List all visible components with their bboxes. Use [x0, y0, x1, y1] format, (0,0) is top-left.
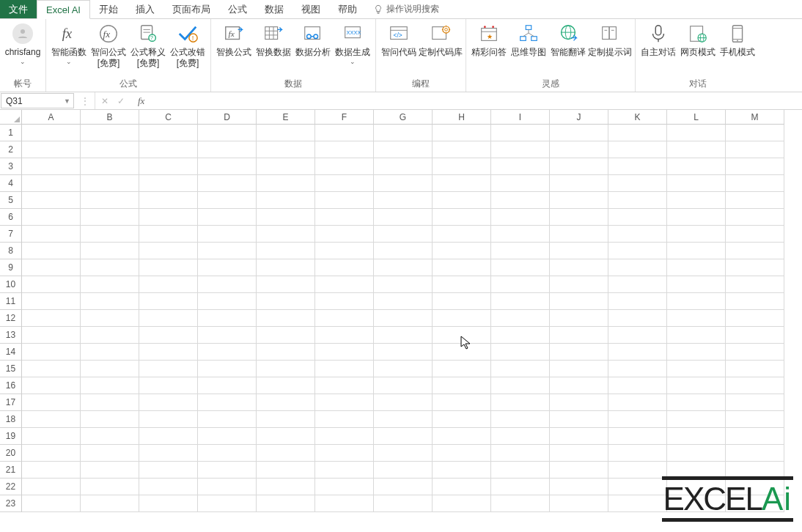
cell[interactable] — [257, 293, 315, 310]
cell[interactable] — [139, 327, 198, 344]
cell[interactable] — [81, 158, 139, 175]
cell[interactable] — [81, 479, 139, 495]
cell[interactable] — [198, 361, 257, 377]
column-header[interactable]: I — [491, 110, 550, 125]
cell[interactable] — [139, 192, 198, 209]
cell[interactable] — [139, 259, 198, 276]
cell[interactable] — [726, 377, 784, 394]
cell[interactable] — [374, 495, 433, 512]
cell[interactable] — [139, 141, 198, 158]
cell[interactable] — [139, 445, 198, 462]
cell[interactable] — [374, 226, 433, 243]
cell[interactable] — [608, 495, 667, 512]
cell[interactable] — [726, 158, 784, 175]
cell[interactable] — [433, 141, 491, 158]
cell[interactable] — [22, 310, 81, 327]
cell[interactable] — [257, 361, 315, 377]
cell[interactable] — [550, 175, 608, 192]
cell[interactable] — [374, 158, 433, 175]
cell[interactable] — [491, 428, 550, 445]
cell[interactable] — [81, 428, 139, 445]
cell[interactable] — [374, 141, 433, 158]
cell[interactable] — [198, 310, 257, 327]
tell-me-search[interactable]: 操作说明搜索 — [366, 0, 446, 18]
cell[interactable] — [608, 377, 667, 394]
cell[interactable] — [726, 175, 784, 192]
cell[interactable] — [81, 293, 139, 310]
cell[interactable] — [315, 209, 374, 226]
cell[interactable] — [257, 192, 315, 209]
cell[interactable] — [374, 259, 433, 276]
row-header[interactable]: 18 — [0, 411, 22, 428]
cell[interactable] — [139, 344, 198, 361]
cell[interactable] — [198, 411, 257, 428]
cell[interactable] — [198, 243, 257, 259]
cell[interactable] — [667, 377, 726, 394]
cell[interactable] — [550, 192, 608, 209]
row-header[interactable]: 15 — [0, 361, 22, 377]
cell[interactable] — [81, 276, 139, 293]
cell[interactable] — [257, 209, 315, 226]
cell[interactable] — [198, 125, 257, 141]
cell[interactable] — [139, 479, 198, 495]
cell[interactable] — [374, 243, 433, 259]
cell[interactable] — [433, 344, 491, 361]
cell[interactable] — [315, 428, 374, 445]
cell[interactable] — [608, 141, 667, 158]
row-header[interactable]: 6 — [0, 209, 22, 226]
cell[interactable] — [22, 192, 81, 209]
cell[interactable] — [491, 479, 550, 495]
column-header[interactable]: C — [139, 110, 198, 125]
cell[interactable] — [491, 276, 550, 293]
cell[interactable] — [550, 141, 608, 158]
explain-formula-button[interactable]: ? 公式释义 [免费] — [128, 21, 168, 70]
cell[interactable] — [667, 361, 726, 377]
cell[interactable] — [491, 327, 550, 344]
column-header[interactable]: H — [433, 110, 491, 125]
tab-file[interactable]: 文件 — [0, 0, 37, 18]
row-header[interactable]: 5 — [0, 192, 22, 209]
cell[interactable] — [139, 276, 198, 293]
cell[interactable] — [550, 209, 608, 226]
row-header[interactable]: 12 — [0, 310, 22, 327]
cell[interactable] — [608, 259, 667, 276]
cell[interactable] — [257, 495, 315, 512]
web-mode-button[interactable]: 网页模式 — [678, 21, 718, 59]
row-header[interactable]: 13 — [0, 327, 22, 344]
cell[interactable] — [22, 361, 81, 377]
cell[interactable] — [315, 327, 374, 344]
cell[interactable] — [315, 259, 374, 276]
cell[interactable] — [81, 125, 139, 141]
cell[interactable] — [374, 276, 433, 293]
cell[interactable] — [139, 361, 198, 377]
tab-data[interactable]: 数据 — [256, 0, 293, 18]
custom-code-lib-button[interactable]: 定制代码库 — [419, 21, 463, 59]
cell[interactable] — [491, 361, 550, 377]
cell[interactable] — [726, 411, 784, 428]
tab-page-layout[interactable]: 页面布局 — [163, 0, 219, 18]
cell[interactable] — [433, 462, 491, 479]
cell[interactable] — [726, 141, 784, 158]
cell[interactable] — [81, 495, 139, 512]
cell[interactable] — [139, 125, 198, 141]
cell[interactable] — [22, 259, 81, 276]
cell[interactable] — [667, 226, 726, 243]
cell[interactable] — [139, 495, 198, 512]
cell[interactable] — [726, 243, 784, 259]
row-header[interactable]: 7 — [0, 226, 22, 243]
cell[interactable] — [374, 209, 433, 226]
cell[interactable] — [139, 243, 198, 259]
cell[interactable] — [433, 125, 491, 141]
cell[interactable] — [198, 445, 257, 462]
cell[interactable] — [315, 479, 374, 495]
tab-home[interactable]: 开始 — [90, 0, 127, 18]
cell[interactable] — [139, 158, 198, 175]
row-header[interactable]: 2 — [0, 141, 22, 158]
self-chat-button[interactable]: 自主对话 — [639, 21, 678, 59]
cell[interactable] — [667, 141, 726, 158]
row-header[interactable]: 4 — [0, 175, 22, 192]
cell[interactable] — [81, 327, 139, 344]
column-header[interactable]: K — [608, 110, 667, 125]
cell[interactable] — [22, 293, 81, 310]
cell[interactable] — [315, 175, 374, 192]
